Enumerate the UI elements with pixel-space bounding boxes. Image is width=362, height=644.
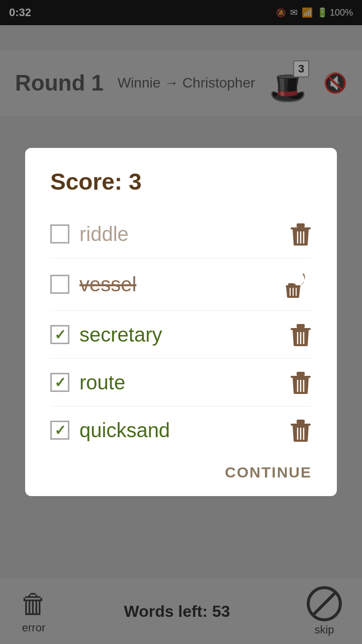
svg-rect-0 bbox=[291, 227, 311, 229]
trash-icon-secretary bbox=[290, 322, 312, 347]
svg-rect-15 bbox=[291, 376, 311, 378]
svg-rect-16 bbox=[297, 372, 305, 376]
trash-icon-route bbox=[290, 370, 312, 395]
score-title: Score: 3 bbox=[50, 168, 312, 195]
svg-rect-6 bbox=[288, 283, 294, 285]
word-text-vessel: vessel bbox=[79, 273, 136, 296]
checkbox-riddle[interactable] bbox=[50, 224, 69, 244]
checkmark-route: ✓ bbox=[54, 374, 66, 391]
delete-vessel-button[interactable] bbox=[282, 269, 312, 299]
svg-rect-1 bbox=[297, 223, 305, 227]
word-text-riddle: riddle bbox=[79, 223, 129, 246]
svg-rect-20 bbox=[291, 424, 311, 426]
continue-button-container: CONTINUE bbox=[50, 464, 312, 481]
score-dialog: Score: 3 riddle bbox=[25, 148, 337, 496]
word-item-vessel: vessel bbox=[50, 258, 312, 311]
word-item-quicksand: ✓ quicksand bbox=[50, 407, 312, 454]
word-text-secretary: secretary bbox=[79, 324, 162, 346]
word-list: riddle vessel bbox=[50, 210, 312, 454]
checkmark-secretary: ✓ bbox=[54, 327, 66, 343]
word-item-secretary: ✓ secretary bbox=[50, 311, 312, 359]
checkbox-quicksand[interactable]: ✓ bbox=[50, 421, 69, 440]
checkmark-quicksand: ✓ bbox=[54, 422, 66, 439]
svg-rect-21 bbox=[297, 420, 305, 424]
word-text-route: route bbox=[79, 371, 125, 394]
svg-rect-10 bbox=[291, 328, 311, 330]
svg-rect-11 bbox=[297, 324, 305, 328]
modal-overlay: Score: 3 riddle bbox=[0, 0, 362, 644]
word-left-route: ✓ route bbox=[50, 371, 125, 394]
checkbox-route[interactable]: ✓ bbox=[50, 373, 69, 392]
word-item-riddle: riddle bbox=[50, 210, 312, 258]
word-item-route: ✓ route bbox=[50, 359, 312, 407]
delete-secretary-button[interactable] bbox=[290, 322, 312, 347]
trash-icon-riddle bbox=[290, 221, 312, 247]
delete-route-button[interactable] bbox=[290, 370, 312, 395]
delete-quicksand-button[interactable] bbox=[290, 418, 312, 443]
trash-icon-quicksand bbox=[290, 418, 312, 443]
undo-trash-icon-vessel bbox=[282, 269, 312, 299]
word-text-quicksand: quicksand bbox=[79, 419, 170, 442]
word-left-vessel: vessel bbox=[50, 273, 136, 296]
checkbox-vessel[interactable] bbox=[50, 275, 69, 294]
checkbox-secretary[interactable]: ✓ bbox=[50, 325, 69, 344]
word-left-quicksand: ✓ quicksand bbox=[50, 419, 170, 442]
delete-riddle-button[interactable] bbox=[290, 221, 312, 247]
continue-button[interactable]: CONTINUE bbox=[225, 464, 312, 481]
svg-rect-5 bbox=[286, 285, 301, 287]
word-left-riddle: riddle bbox=[50, 223, 129, 246]
word-left-secretary: ✓ secretary bbox=[50, 324, 162, 346]
